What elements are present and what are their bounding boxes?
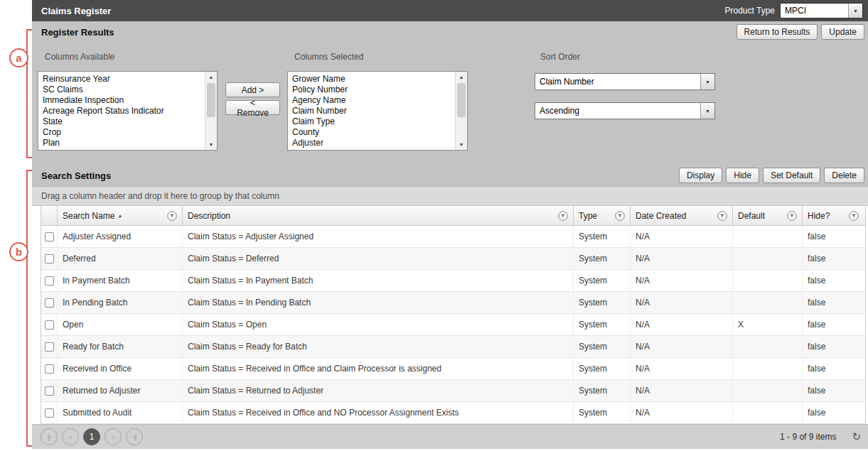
list-item[interactable]: Claim Number bbox=[292, 106, 455, 116]
chevron-down-icon[interactable]: ▼ bbox=[700, 74, 714, 89]
column-header-date-created[interactable]: Date Created bbox=[631, 206, 733, 225]
display-button[interactable]: Display bbox=[679, 168, 722, 183]
cell-date-created: N/A bbox=[631, 248, 733, 269]
filter-icon[interactable] bbox=[167, 211, 177, 221]
scroll-down-icon[interactable]: ▼ bbox=[205, 139, 217, 150]
remove-column-button[interactable]: < Remove bbox=[225, 100, 280, 115]
table-row[interactable]: Received in Office Claim Status = Receiv… bbox=[41, 358, 865, 380]
scrollbar-thumb[interactable] bbox=[207, 83, 215, 117]
cell-description: Claim Status = Received in Office and NO… bbox=[183, 402, 574, 423]
update-button[interactable]: Update bbox=[821, 24, 864, 40]
cell-search-name: In Payment Batch bbox=[58, 270, 183, 291]
row-checkbox[interactable] bbox=[45, 364, 54, 374]
columns-available-listbox[interactable]: Reinsurance Year SC Claims Immediate Ins… bbox=[38, 71, 218, 151]
table-row[interactable]: Ready for Batch Claim Status = Ready for… bbox=[41, 336, 865, 358]
cell-type: System bbox=[574, 402, 631, 423]
annotation-a-badge: a bbox=[9, 48, 28, 67]
row-checkbox[interactable] bbox=[45, 298, 54, 308]
table-row[interactable]: Submitted to Audit Claim Status = Receiv… bbox=[41, 402, 865, 424]
cell-hide: false bbox=[803, 358, 864, 379]
chevron-down-icon[interactable]: ▼ bbox=[700, 103, 714, 119]
next-page-button[interactable]: › bbox=[105, 428, 122, 445]
filter-icon[interactable] bbox=[558, 211, 568, 221]
group-by-dropzone[interactable]: Drag a column header and drop it here to… bbox=[32, 186, 868, 206]
row-checkbox[interactable] bbox=[45, 254, 54, 263]
row-checkbox[interactable] bbox=[45, 232, 54, 241]
column-header-type[interactable]: Type bbox=[574, 206, 631, 225]
list-item[interactable]: Grower Name bbox=[292, 74, 455, 85]
list-item[interactable]: State bbox=[43, 116, 205, 127]
filter-icon[interactable] bbox=[849, 211, 859, 221]
cell-type: System bbox=[574, 226, 631, 247]
set-default-button[interactable]: Set Default bbox=[763, 168, 820, 183]
list-item[interactable]: Acreage Report Status Indicator bbox=[43, 106, 205, 116]
columns-selected-label: Columns Selected bbox=[294, 52, 363, 62]
columns-selected-listbox[interactable]: Grower Name Policy Number Agency Name Cl… bbox=[287, 71, 468, 151]
table-row[interactable]: Adjuster Assigned Claim Status = Adjuste… bbox=[41, 226, 865, 248]
title-bar: Claims Register Product Type MPCI ▼ bbox=[32, 0, 868, 21]
list-item[interactable]: Adjuster bbox=[292, 138, 455, 148]
cell-default bbox=[733, 402, 803, 423]
cell-type: System bbox=[574, 358, 631, 379]
search-settings-title: Search Settings bbox=[41, 170, 111, 181]
checkbox-cell bbox=[41, 226, 58, 247]
row-checkbox[interactable] bbox=[45, 320, 54, 330]
row-checkbox[interactable] bbox=[45, 342, 54, 352]
cell-default bbox=[733, 380, 803, 401]
list-item[interactable]: Immediate Inspection bbox=[43, 95, 205, 106]
list-item[interactable]: County bbox=[292, 127, 455, 138]
filter-icon[interactable] bbox=[717, 211, 727, 221]
last-page-button[interactable]: ›| bbox=[126, 428, 143, 445]
cell-description: Claim Status = In Pending Batch bbox=[183, 292, 574, 313]
cell-description: Claim Status = Ready for Batch bbox=[183, 336, 574, 357]
filter-icon[interactable] bbox=[787, 211, 797, 221]
column-header-hide[interactable]: Hide? bbox=[803, 206, 864, 225]
table-row[interactable]: Returned to Adjuster Claim Status = Retu… bbox=[41, 380, 865, 402]
add-column-button[interactable]: Add > bbox=[225, 82, 280, 97]
register-results-title: Register Results bbox=[41, 27, 114, 38]
cell-date-created: N/A bbox=[631, 226, 733, 247]
scroll-up-icon[interactable]: ▲ bbox=[456, 72, 467, 82]
column-header-default[interactable]: Default bbox=[733, 206, 803, 225]
previous-page-button[interactable]: ‹ bbox=[62, 428, 79, 445]
sort-direction-dropdown[interactable]: Ascending ▼ bbox=[535, 102, 715, 119]
refresh-icon[interactable]: ↻ bbox=[852, 430, 861, 443]
column-header-description[interactable]: Description bbox=[183, 206, 574, 225]
list-item[interactable]: Policy Number bbox=[292, 85, 455, 95]
list-item[interactable]: Agency Name bbox=[292, 95, 455, 106]
column-header-search-name[interactable]: Search Name ▲ bbox=[58, 206, 183, 225]
table-row[interactable]: In Pending Batch Claim Status = In Pendi… bbox=[41, 292, 865, 314]
row-checkbox[interactable] bbox=[45, 276, 54, 286]
chevron-down-icon[interactable]: ▼ bbox=[848, 4, 862, 18]
cell-date-created: N/A bbox=[631, 292, 733, 313]
filter-icon[interactable] bbox=[615, 211, 625, 221]
table-row[interactable]: Open Claim Status = Open System N/A X fa… bbox=[41, 314, 865, 336]
product-type-label: Product Type bbox=[725, 6, 776, 16]
list-item[interactable]: Reinsurance Year bbox=[43, 74, 205, 85]
search-settings-section: Search Settings Display Hide Set Default… bbox=[32, 165, 868, 449]
list-item[interactable]: Claim Type bbox=[292, 116, 455, 127]
sort-field-dropdown[interactable]: Claim Number ▼ bbox=[535, 73, 715, 90]
delete-button[interactable]: Delete bbox=[824, 168, 864, 183]
table-row[interactable]: Deferred Claim Status = Deferred System … bbox=[41, 248, 865, 270]
cell-hide: false bbox=[803, 270, 864, 291]
current-page-button[interactable]: 1 bbox=[83, 428, 100, 445]
hide-button[interactable]: Hide bbox=[726, 168, 759, 183]
scrollbar[interactable]: ▲ ▼ bbox=[455, 72, 467, 150]
cell-date-created: N/A bbox=[631, 402, 733, 423]
table-row[interactable]: In Payment Batch Claim Status = In Payme… bbox=[41, 270, 865, 292]
scroll-down-icon[interactable]: ▼ bbox=[456, 139, 467, 150]
scrollbar[interactable]: ▲ ▼ bbox=[205, 72, 217, 150]
list-item[interactable]: Crop bbox=[43, 127, 205, 138]
list-item[interactable]: SC Claims bbox=[43, 85, 205, 95]
row-checkbox[interactable] bbox=[45, 408, 54, 418]
product-type-value: MPCI bbox=[781, 4, 848, 18]
scrollbar-thumb[interactable] bbox=[457, 83, 466, 117]
list-item[interactable]: Plan bbox=[43, 138, 205, 148]
row-checkbox[interactable] bbox=[45, 386, 54, 396]
product-type-dropdown[interactable]: MPCI ▼ bbox=[780, 3, 863, 18]
first-page-button[interactable]: |‹ bbox=[41, 428, 58, 445]
scroll-up-icon[interactable]: ▲ bbox=[205, 72, 217, 82]
cell-date-created: N/A bbox=[631, 314, 733, 335]
return-to-results-button[interactable]: Return to Results bbox=[736, 24, 818, 40]
